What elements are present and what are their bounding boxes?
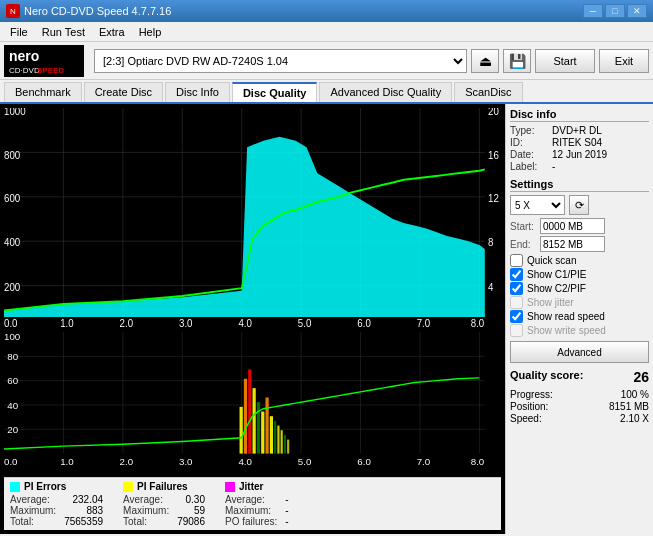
svg-text:40: 40 xyxy=(7,401,18,410)
svg-rect-49 xyxy=(240,407,243,454)
pi-failures-max-label: Maximum: xyxy=(123,505,169,516)
speed-selector[interactable]: 5 X xyxy=(510,195,565,215)
end-mb-input[interactable] xyxy=(540,236,605,252)
svg-text:8.0: 8.0 xyxy=(471,457,484,466)
bottom-chart: 100 80 60 40 20 0.0 1.0 2.0 3.0 4.0 5.0 … xyxy=(4,332,501,477)
svg-text:2.0: 2.0 xyxy=(120,457,133,466)
menu-extra[interactable]: Extra xyxy=(93,24,131,40)
svg-rect-60 xyxy=(284,435,286,454)
eject-button[interactable]: ⏏ xyxy=(471,49,499,73)
show-read-speed-checkbox[interactable] xyxy=(510,310,523,323)
pi-failures-color-swatch xyxy=(123,482,133,492)
title-bar-text: Nero CD-DVD Speed 4.7.7.16 xyxy=(24,5,171,17)
svg-rect-59 xyxy=(281,430,283,453)
save-button[interactable]: 💾 xyxy=(503,49,531,73)
close-button[interactable]: ✕ xyxy=(627,4,647,18)
chart-area: 20 16 12 8 4 1000 800 600 400 200 0.0 1.… xyxy=(0,104,505,534)
top-chart: 20 16 12 8 4 1000 800 600 400 200 0.0 1.… xyxy=(4,108,501,330)
tab-create-disc[interactable]: Create Disc xyxy=(84,82,163,102)
svg-text:6.0: 6.0 xyxy=(357,316,371,329)
menu-file[interactable]: File xyxy=(4,24,34,40)
speed-label: Speed: xyxy=(510,413,542,424)
drive-selector[interactable]: [2:3] Optiarc DVD RW AD-7240S 1.04 xyxy=(94,49,467,73)
menu-run-test[interactable]: Run Test xyxy=(36,24,91,40)
tab-disc-info[interactable]: Disc Info xyxy=(165,82,230,102)
pi-errors-max-value: 883 xyxy=(64,505,103,516)
jitter-max-value: - xyxy=(285,505,288,516)
jitter-color-swatch xyxy=(225,482,235,492)
pi-failures-avg-label: Average: xyxy=(123,494,169,505)
svg-text:2.0: 2.0 xyxy=(120,316,134,329)
svg-text:5.0: 5.0 xyxy=(298,457,311,466)
start-button[interactable]: Start xyxy=(535,49,595,73)
svg-rect-52 xyxy=(253,388,256,453)
id-value: RITEK S04 xyxy=(552,137,602,148)
disc-info-title: Disc info xyxy=(510,108,649,122)
menu-help[interactable]: Help xyxy=(133,24,168,40)
svg-text:4.0: 4.0 xyxy=(238,457,251,466)
pi-errors-label: PI Errors xyxy=(24,481,66,492)
advanced-button[interactable]: Advanced xyxy=(510,341,649,363)
tab-disc-quality[interactable]: Disc Quality xyxy=(232,82,318,102)
jitter-max-label: Maximum: xyxy=(225,505,277,516)
show-c2pif-label: Show C2/PIF xyxy=(527,283,586,294)
disc-label-value: - xyxy=(552,161,555,172)
legend: PI Errors Average: 232.04 Maximum: 883 T… xyxy=(4,477,501,530)
svg-text:5.0: 5.0 xyxy=(298,316,312,329)
svg-rect-51 xyxy=(248,369,251,453)
pi-failures-label: PI Failures xyxy=(137,481,188,492)
app-icon: N xyxy=(6,4,20,18)
nero-logo: nero CD·DVD SPEED xyxy=(4,45,84,77)
minimize-button[interactable]: ─ xyxy=(583,4,603,18)
settings-icon-button[interactable]: ⟳ xyxy=(569,195,589,215)
svg-text:12: 12 xyxy=(488,191,499,204)
quick-scan-checkbox[interactable] xyxy=(510,254,523,267)
pi-failures-avg-value: 0.30 xyxy=(177,494,205,505)
exit-button[interactable]: Exit xyxy=(599,49,649,73)
svg-text:0.0: 0.0 xyxy=(4,316,18,329)
progress-value: 100 % xyxy=(621,389,649,400)
svg-rect-50 xyxy=(244,379,247,454)
quick-scan-label: Quick scan xyxy=(527,255,576,266)
pi-errors-max-label: Maximum: xyxy=(10,505,56,516)
svg-text:6.0: 6.0 xyxy=(357,457,370,466)
pi-errors-avg-value: 232.04 xyxy=(64,494,103,505)
pi-failures-total-label: Total: xyxy=(123,516,169,527)
end-mb-label: End: xyxy=(510,239,538,250)
type-label: Type: xyxy=(510,125,548,136)
date-value: 12 Jun 2019 xyxy=(552,149,607,160)
disc-info-section: Disc info Type: DVD+R DL ID: RITEK S04 D… xyxy=(510,108,649,172)
svg-text:20: 20 xyxy=(7,426,18,435)
tab-scandisc[interactable]: ScanDisc xyxy=(454,82,522,102)
po-failures-value: - xyxy=(285,516,288,527)
show-c1pie-checkbox[interactable] xyxy=(510,268,523,281)
svg-text:7.0: 7.0 xyxy=(417,316,431,329)
pi-errors-total-value: 7565359 xyxy=(64,516,103,527)
right-panel: Disc info Type: DVD+R DL ID: RITEK S04 D… xyxy=(505,104,653,534)
main-content: 20 16 12 8 4 1000 800 600 400 200 0.0 1.… xyxy=(0,104,653,534)
svg-text:1000: 1000 xyxy=(4,108,26,117)
pi-errors-color-swatch xyxy=(10,482,20,492)
show-c2pif-checkbox[interactable] xyxy=(510,282,523,295)
svg-text:1.0: 1.0 xyxy=(60,316,74,329)
tab-benchmark[interactable]: Benchmark xyxy=(4,82,82,102)
svg-text:4: 4 xyxy=(488,280,493,293)
title-bar: N Nero CD-DVD Speed 4.7.7.16 ─ □ ✕ xyxy=(0,0,653,22)
quality-score-row: Quality score: 26 xyxy=(510,369,649,385)
maximize-button[interactable]: □ xyxy=(605,4,625,18)
show-jitter-checkbox xyxy=(510,296,523,309)
disc-label-label: Label: xyxy=(510,161,548,172)
svg-text:3.0: 3.0 xyxy=(179,457,192,466)
tab-advanced-disc-quality[interactable]: Advanced Disc Quality xyxy=(319,82,452,102)
svg-text:CD·DVD: CD·DVD xyxy=(9,66,40,75)
svg-text:800: 800 xyxy=(4,148,20,161)
show-read-speed-label: Show read speed xyxy=(527,311,605,322)
quality-score-label: Quality score: xyxy=(510,369,583,385)
show-write-speed-checkbox xyxy=(510,324,523,337)
start-mb-input[interactable] xyxy=(540,218,605,234)
svg-rect-54 xyxy=(261,412,264,454)
start-mb-label: Start: xyxy=(510,221,538,232)
id-label: ID: xyxy=(510,137,548,148)
quality-score-value: 26 xyxy=(633,369,649,385)
pi-errors-total-label: Total: xyxy=(10,516,56,527)
